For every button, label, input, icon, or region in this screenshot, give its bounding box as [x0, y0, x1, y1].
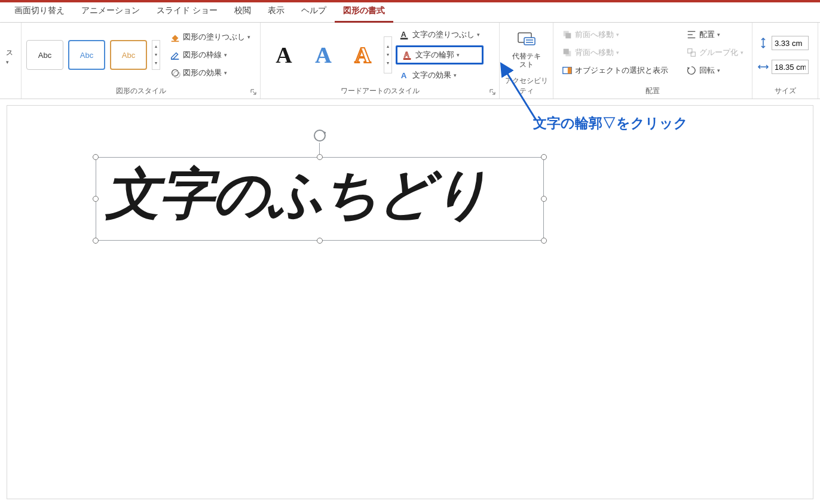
shape-height-field[interactable]: [757, 35, 809, 51]
pen-outline-icon: [170, 50, 180, 60]
shape-styles-dialog-launcher[interactable]: [249, 88, 258, 96]
chevron-down-icon[interactable]: ▾: [6, 59, 9, 65]
text-outline-button[interactable]: A 文字の輪郭 ▾: [399, 48, 481, 62]
chevron-down-icon: ▾: [247, 34, 250, 40]
svg-rect-10: [524, 38, 535, 45]
shape-effects-button[interactable]: 図形の効果 ▾: [166, 66, 254, 80]
shape-styles-group-label: 図形のスタイル: [26, 85, 255, 97]
width-icon: [757, 61, 769, 73]
svg-rect-0: [172, 41, 179, 42]
svg-line-25: [502, 65, 536, 120]
shape-fill-label: 図形の塗りつぶし: [183, 32, 245, 42]
text-outline-icon: A: [402, 50, 413, 60]
group-button[interactable]: グループ化 ▾: [683, 45, 747, 60]
align-label: 配置: [699, 29, 715, 40]
ribbon-group-truncated: ス ▾: [0, 23, 22, 99]
chevron-down-icon: ▾: [717, 67, 720, 73]
tab-transitions[interactable]: 画面切り替え: [6, 2, 73, 23]
text-effects-label: 文字の効果: [412, 70, 451, 81]
paint-bucket-icon: [170, 32, 180, 42]
svg-point-3: [173, 71, 180, 78]
bring-forward-button[interactable]: 前面へ移動 ▾: [558, 27, 672, 42]
shape-style-thumb-3[interactable]: Abc: [110, 40, 147, 70]
bring-forward-label: 前面へ移動: [575, 29, 614, 40]
chevron-down-icon: ▾: [224, 70, 227, 76]
chevron-down-icon: ▾: [454, 72, 457, 78]
ribbon-group-wordart-styles: A A A ▴▾▾ A 文字の塗りつぶし ▾ A: [261, 23, 500, 99]
group-icon: [686, 47, 697, 58]
wordart-gallery-more[interactable]: ▴▾▾: [384, 36, 392, 73]
selected-textbox[interactable]: 文字のふちどり: [96, 157, 544, 241]
wordart-style-thumb-2[interactable]: A: [305, 36, 342, 73]
tab-animations[interactable]: アニメーション: [73, 2, 148, 23]
selection-pane-button[interactable]: オブジェクトの選択と表示: [558, 63, 672, 78]
ribbon-group-arrange: 前面へ移動 ▾ 背面へ移動 ▾ オブジェクトの選択と表示: [553, 23, 752, 99]
shape-style-thumb-2[interactable]: Abc: [68, 40, 105, 70]
text-effects-button[interactable]: A 文字の効果 ▾: [396, 68, 484, 82]
bring-forward-icon: [562, 29, 573, 40]
svg-rect-22: [688, 49, 692, 53]
rotate-button[interactable]: 回転 ▾: [683, 63, 747, 78]
ribbon-group-size: サイズ: [752, 23, 818, 99]
resize-handle-nw[interactable]: [93, 154, 99, 160]
shape-width-field[interactable]: [757, 59, 809, 75]
textbox-content[interactable]: 文字のふちどり: [105, 157, 488, 231]
tab-shape-format[interactable]: 図形の書式: [335, 2, 393, 23]
text-fill-label: 文字の塗りつぶし: [412, 29, 475, 40]
chevron-down-icon: ▾: [741, 50, 743, 56]
shape-height-input[interactable]: [772, 36, 809, 50]
shape-style-gallery[interactable]: Abc Abc Abc ▴▾▾: [26, 40, 160, 70]
svg-rect-16: [564, 49, 569, 54]
chevron-down-icon: ▾: [477, 32, 480, 38]
align-button[interactable]: 配置 ▾: [683, 27, 747, 42]
svg-rect-14: [565, 33, 571, 38]
tab-help[interactable]: ヘルプ: [293, 2, 335, 23]
height-icon: [757, 37, 769, 49]
chevron-down-icon: ▾: [457, 52, 460, 58]
chevron-down-icon: ▾: [616, 32, 619, 38]
text-fill-icon: A: [399, 29, 410, 40]
truncated-label-line: ス: [6, 48, 13, 58]
shape-fill-button[interactable]: 図形の塗りつぶし ▾: [166, 30, 254, 44]
svg-rect-5: [400, 38, 408, 39]
chevron-down-icon: ▾: [224, 52, 227, 58]
ribbon-tabstrip: 画面切り替え アニメーション スライド ショー 校閲 表示 ヘルプ 図形の書式: [0, 2, 820, 23]
resize-handle-se[interactable]: [541, 238, 547, 244]
svg-rect-18: [568, 67, 571, 74]
effects-icon: [170, 67, 180, 78]
shape-outline-button[interactable]: 図形の枠線 ▾: [166, 48, 254, 62]
shape-width-input[interactable]: [772, 60, 809, 74]
svg-text:A: A: [401, 30, 406, 39]
chevron-down-icon: ▾: [616, 50, 619, 56]
shape-style-gallery-more[interactable]: ▴▾▾: [152, 40, 160, 70]
selection-pane-label: オブジェクトの選択と表示: [575, 65, 668, 76]
tab-slideshow[interactable]: スライド ショー: [148, 2, 226, 23]
slide[interactable]: 文字のふちどり 文字の輪郭▽をクリック: [7, 105, 813, 499]
resize-handle-s[interactable]: [317, 238, 323, 244]
tab-review[interactable]: 校閲: [226, 2, 259, 23]
svg-point-2: [172, 70, 179, 76]
text-outline-label: 文字の輪郭: [415, 50, 454, 60]
resize-handle-sw[interactable]: [93, 238, 99, 244]
shape-style-thumb-1[interactable]: Abc: [26, 40, 63, 70]
rotate-label: 回転: [699, 65, 715, 76]
size-group-label: サイズ: [757, 85, 813, 97]
resize-handle-ne[interactable]: [541, 154, 547, 160]
wordart-styles-group-label: ワードアートのスタイル: [265, 85, 494, 97]
wordart-style-thumb-3[interactable]: A: [344, 36, 381, 73]
rotation-handle[interactable]: [313, 128, 327, 143]
send-backward-button[interactable]: 背面へ移動 ▾: [558, 45, 672, 60]
text-fill-button[interactable]: A 文字の塗りつぶし ▾: [396, 27, 484, 42]
slide-canvas-area[interactable]: 文字のふちどり 文字の輪郭▽をクリック: [0, 99, 820, 504]
resize-handle-e[interactable]: [541, 196, 547, 202]
text-effects-icon: A: [399, 70, 410, 81]
wordart-styles-dialog-launcher[interactable]: [488, 88, 497, 96]
svg-rect-1: [172, 59, 179, 60]
ribbon-group-shape-styles: Abc Abc Abc ▴▾▾ 図形の塗りつぶし ▾ 図形の枠線: [22, 23, 261, 99]
resize-handle-w[interactable]: [93, 196, 99, 202]
truncated-group-label: [5, 87, 16, 97]
wordart-style-thumb-1[interactable]: A: [265, 36, 302, 73]
arrange-group-label: 配置: [558, 85, 747, 97]
send-backward-icon: [562, 47, 573, 58]
tab-view[interactable]: 表示: [259, 2, 293, 23]
